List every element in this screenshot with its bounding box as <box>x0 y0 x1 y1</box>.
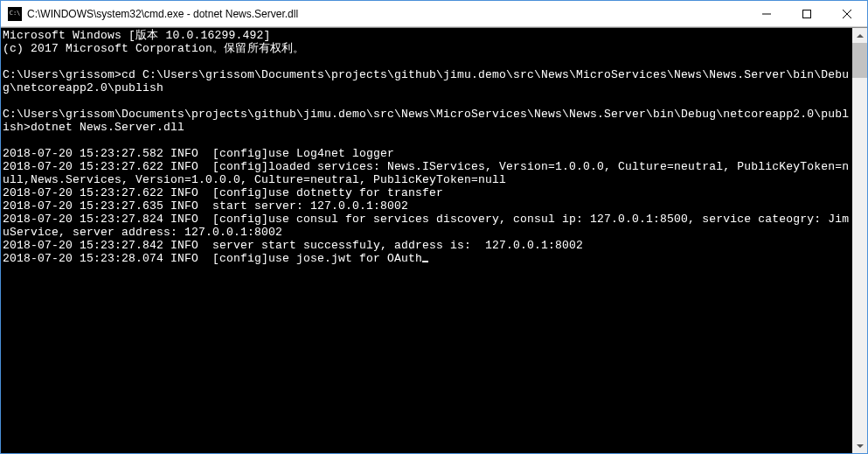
close-button[interactable] <box>827 1 867 26</box>
scrollbar-thumb[interactable] <box>852 43 867 78</box>
window-controls <box>746 1 867 26</box>
terminal-area: Microsoft Windows [版本 10.0.16299.492] (c… <box>1 27 867 453</box>
vertical-scrollbar[interactable] <box>852 28 867 453</box>
window-title: C:\WINDOWS\system32\cmd.exe - dotnet New… <box>27 8 746 20</box>
text-cursor <box>422 261 428 262</box>
cmd-icon <box>8 7 22 21</box>
svg-rect-1 <box>803 10 811 17</box>
minimize-button[interactable] <box>746 1 787 26</box>
cmd-window: C:\WINDOWS\system32\cmd.exe - dotnet New… <box>0 0 868 454</box>
scroll-up-button[interactable] <box>852 28 867 43</box>
titlebar[interactable]: C:\WINDOWS\system32\cmd.exe - dotnet New… <box>1 1 867 27</box>
scroll-down-button[interactable] <box>852 438 867 453</box>
maximize-button[interactable] <box>787 1 827 26</box>
terminal-output[interactable]: Microsoft Windows [版本 10.0.16299.492] (c… <box>1 28 852 453</box>
scrollbar-track[interactable] <box>852 43 867 438</box>
